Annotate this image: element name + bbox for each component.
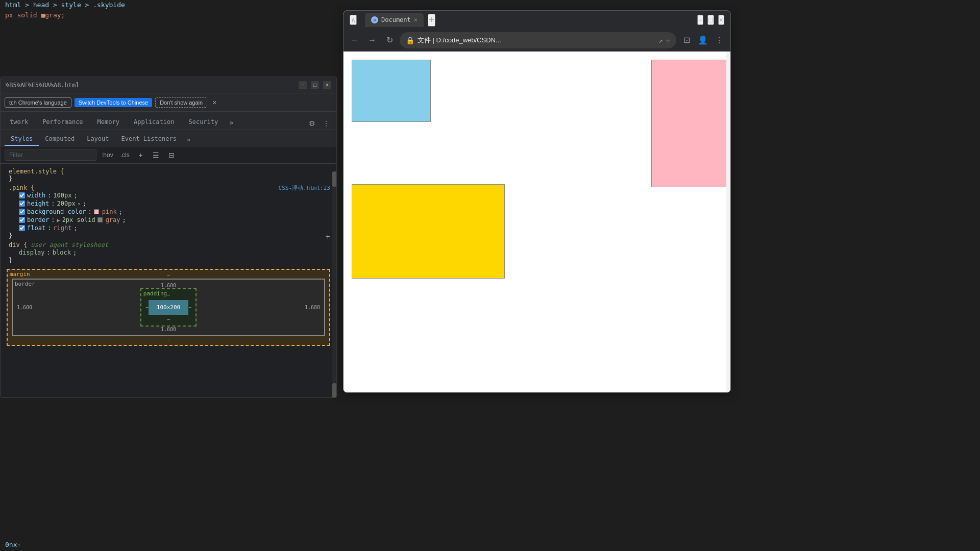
tab-favicon: ⊙ <box>371 16 378 23</box>
add-style-btn[interactable]: + <box>135 149 147 161</box>
language-bar: tch Chrome's language Switch DevTools to… <box>1 93 336 112</box>
prop-border-checkbox[interactable] <box>19 217 25 223</box>
styles-filter-input[interactable] <box>5 149 96 161</box>
element-style-selector: element.style { <box>9 168 64 175</box>
margin-top-val: − <box>167 273 170 279</box>
tab-performance[interactable]: Performance <box>35 115 90 130</box>
address-lock-icon: 🔒 <box>406 36 414 44</box>
border-side-row: 1.600 padding − − 100×200 <box>17 288 320 327</box>
devtools-scroll-thumb-top[interactable] <box>332 171 336 187</box>
switch-devtools-btn[interactable]: Switch DevTools to Chinese <box>75 98 152 107</box>
prop-background-color: background-color : pink ; <box>9 208 330 216</box>
scroll-up-btn[interactable]: ∧ <box>350 15 357 25</box>
prop-float-checkbox[interactable] <box>19 225 25 231</box>
address-text: 文件 | D:/code_web/CSDN... <box>418 36 655 45</box>
devtools-maximize-btn[interactable]: □ <box>311 81 319 89</box>
extensions-btn[interactable]: ⊡ <box>679 33 694 47</box>
breadcrumb-line: html > head > style > .skybide <box>0 0 342 10</box>
styles-filter-bar: :hov .cls + ☰ ⊟ <box>1 146 336 164</box>
browser-window-buttons: − □ × <box>697 15 724 25</box>
css-code: px solid ■gray; <box>5 11 65 19</box>
tab-network[interactable]: twork <box>3 115 35 130</box>
prop-height-checkbox[interactable] <box>19 201 25 207</box>
hov-filter-btn[interactable]: :hov <box>100 151 115 160</box>
box-padding: padding − − 100×200 − <box>140 288 197 327</box>
styles-tab-event-listeners[interactable]: Event Listeners <box>115 133 183 146</box>
browser-maximize-btn[interactable]: □ <box>707 15 714 25</box>
devtools-close-btn[interactable]: × <box>323 81 331 89</box>
border-expand-icon[interactable]: ▶ <box>57 217 60 223</box>
browser-toolbar: ← → ↻ 🔒 文件 | D:/code_web/CSDN... ↗ ☆ ⊡ 👤… <box>344 29 730 52</box>
div-source-comment: user agent stylesheet <box>31 241 108 248</box>
prop-bg-color-checkbox[interactable] <box>19 209 25 215</box>
browser-content <box>344 52 730 392</box>
toggle-style-btn[interactable]: ☰ <box>150 149 162 161</box>
box-model-section: margin − border 1.600 <box>7 269 330 346</box>
switch-language-btn[interactable]: tch Chrome's language <box>5 97 71 108</box>
margin-bottom-val: − <box>167 336 170 342</box>
styles-tab-styles[interactable]: Styles <box>5 133 39 146</box>
padding-bottom-val: − <box>167 317 170 322</box>
blue-box <box>352 60 431 122</box>
language-bar-close-btn[interactable]: × <box>212 98 216 107</box>
devtools-more-btn[interactable]: ⋮ <box>320 117 332 130</box>
border-bottom-row: 1.600 <box>17 327 320 332</box>
cls-filter-btn[interactable]: .cls <box>118 151 132 160</box>
border-top-row: 1.600 <box>17 283 320 288</box>
browser-scrollbar[interactable] <box>726 52 730 392</box>
forward-btn[interactable]: → <box>365 33 379 47</box>
tab-memory[interactable]: Memory <box>90 115 127 130</box>
border-color-swatch[interactable] <box>97 217 103 222</box>
browser-more-btn[interactable]: ⋮ <box>712 33 726 47</box>
styles-content: element.style { } .pink { CSS-浮动.html:23… <box>1 164 336 397</box>
browser-tab-bar: ∧ ⊙ Document × + − □ × <box>344 11 730 29</box>
div-rule-close: } <box>9 257 12 264</box>
prop-float: float : right ; <box>9 224 330 232</box>
inspect-btn[interactable]: ⊟ <box>165 149 178 161</box>
pink-source[interactable]: CSS-浮动.html:23 <box>279 184 330 192</box>
prop-height: height : 200px ▾ ; <box>9 199 330 208</box>
height-expand-icon[interactable]: ▾ <box>78 201 81 207</box>
address-bar[interactable]: 🔒 文件 | D:/code_web/CSDN... ↗ ☆ <box>400 32 676 48</box>
padding-label: padding <box>143 290 167 297</box>
element-style-close: } <box>9 175 12 182</box>
tab-more-btn[interactable]: » <box>225 115 237 130</box>
share-icon[interactable]: ↗ <box>658 36 663 44</box>
dont-show-again-btn[interactable]: Don't show again <box>155 97 207 108</box>
devtools-settings-btn[interactable]: ⚙ <box>306 117 318 130</box>
tab-application[interactable]: Application <box>127 115 181 130</box>
styles-tab-layout[interactable]: Layout <box>81 133 115 146</box>
prop-border: border : ▶ 2px solid gray ; <box>9 216 330 224</box>
titlebar-url: %B5%AE%E5%8A%A8.html <box>6 82 295 89</box>
back-btn[interactable]: ← <box>348 33 362 47</box>
devtools-tabs: twork Performance Memory Application Sec… <box>1 112 336 130</box>
browser-active-tab[interactable]: ⊙ Document × <box>365 13 424 27</box>
devtools-minimize-btn[interactable]: − <box>299 81 307 89</box>
browser-minimize-btn[interactable]: − <box>697 15 703 25</box>
browser-close-btn[interactable]: × <box>718 15 724 25</box>
devtools-tab-icons: ⚙ ⋮ <box>306 117 336 130</box>
prop-width-checkbox[interactable] <box>19 192 25 198</box>
reload-btn[interactable]: ↻ <box>382 33 397 47</box>
styles-tab-computed[interactable]: Computed <box>39 133 81 146</box>
devtools-vertical-scrollbar[interactable] <box>332 171 336 398</box>
tab-close-btn[interactable]: × <box>414 16 418 23</box>
code-css-line: px solid ■gray; <box>0 10 342 20</box>
devtools-panel: %B5%AE%E5%8A%A8.html − □ × tch Chrome's … <box>0 77 337 398</box>
devtools-scroll-thumb-bottom[interactable] <box>332 383 336 398</box>
styles-subtabs: Styles Computed Layout Event Listeners » <box>1 130 336 146</box>
bookmark-icon[interactable]: ☆ <box>666 36 670 44</box>
tab-security[interactable]: Security <box>181 115 225 130</box>
padding-top-val: − <box>167 292 170 298</box>
border-left-val: 1.600 <box>17 305 32 310</box>
border-right-val: 1.600 <box>305 305 320 310</box>
new-tab-btn[interactable]: + <box>428 14 435 27</box>
bg-color-swatch[interactable] <box>94 209 99 214</box>
tab-label: Document <box>381 16 411 23</box>
bottom-code-line: 0nx· <box>0 538 342 551</box>
pink-rule-close: } <box>9 232 12 239</box>
content-size-text: 100×200 <box>157 304 180 311</box>
pink-css-rule: .pink { CSS-浮动.html:23 width : 100px ; h… <box>1 183 336 240</box>
styles-tab-more[interactable]: » <box>183 134 194 146</box>
profile-btn[interactable]: 👤 <box>696 33 710 47</box>
